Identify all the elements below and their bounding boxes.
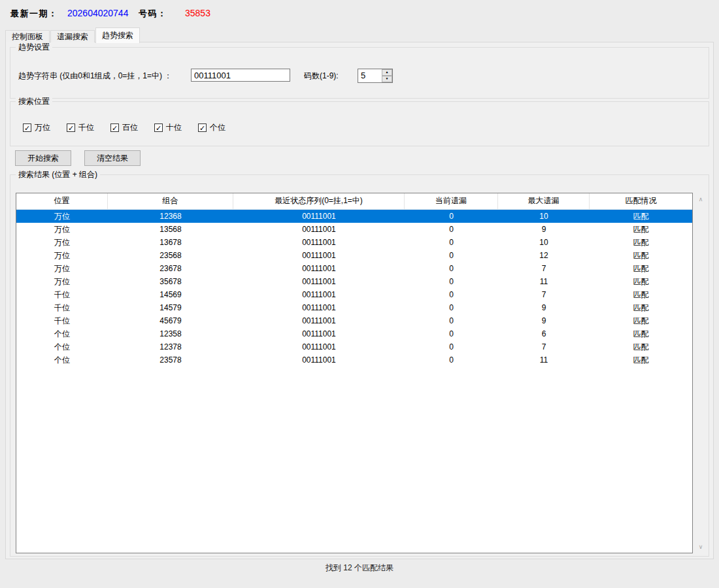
latest-issue-label: 最新一期： bbox=[10, 8, 58, 20]
pattern-input[interactable] bbox=[191, 69, 290, 82]
column-header[interactable]: 最近状态序列(0=挂,1=中) bbox=[233, 193, 405, 209]
table-cell: 万位 bbox=[16, 249, 108, 262]
checkbox-label: 千位 bbox=[78, 122, 94, 133]
checkmark-icon: ✓ bbox=[154, 123, 163, 132]
table-cell: 匹配 bbox=[590, 314, 692, 327]
table-row[interactable]: 万位1236800111001010匹配 bbox=[16, 210, 692, 223]
position-checkbox-row: ✓万位✓千位✓百位✓十位✓个位 bbox=[23, 122, 242, 133]
column-header[interactable]: 当前遗漏 bbox=[405, 193, 498, 209]
table-cell: 00111001 bbox=[233, 249, 405, 262]
table-cell: 0 bbox=[405, 301, 498, 314]
table-row[interactable]: 千位456790011100109匹配 bbox=[16, 314, 692, 327]
table-cell: 9 bbox=[498, 301, 590, 314]
table-cell: 匹配 bbox=[590, 327, 692, 340]
table-row[interactable]: 千位145690011100107匹配 bbox=[16, 288, 692, 301]
table-cell: 13678 bbox=[108, 236, 233, 249]
table-cell: 万位 bbox=[16, 275, 108, 288]
column-header[interactable]: 组合 bbox=[108, 193, 233, 209]
table-cell: 个位 bbox=[16, 340, 108, 353]
checkbox-label: 百位 bbox=[122, 122, 138, 133]
table-cell: 0 bbox=[405, 327, 498, 340]
spinner-down-icon[interactable]: ▼ bbox=[382, 76, 392, 82]
position-checkbox-4[interactable]: ✓十位 bbox=[154, 122, 198, 133]
table-row[interactable]: 万位2356800111001012匹配 bbox=[16, 249, 692, 262]
table-cell: 匹配 bbox=[590, 236, 692, 249]
checkmark-icon: ✓ bbox=[67, 123, 75, 132]
tab-trend-search[interactable]: 趋势搜索 bbox=[95, 27, 140, 43]
table-cell: 00111001 bbox=[233, 301, 405, 314]
search-position-title: 搜索位置 bbox=[16, 97, 52, 106]
checkbox-label: 个位 bbox=[210, 122, 226, 133]
table-cell: 00111001 bbox=[233, 353, 405, 367]
table-cell: 9 bbox=[498, 314, 590, 327]
table-cell: 7 bbox=[498, 340, 590, 353]
table-row[interactable]: 个位123580011100106匹配 bbox=[16, 327, 692, 340]
position-checkbox-2[interactable]: ✓千位 bbox=[67, 122, 110, 133]
trend-settings-group: 趋势设置 趋势字符串 (仅由0和1组成，0=挂，1=中) ： 码数(1-9): … bbox=[10, 47, 709, 99]
column-header[interactable]: 匹配情况 bbox=[590, 193, 692, 209]
table-cell: 个位 bbox=[16, 327, 108, 340]
table-cell: 12368 bbox=[108, 210, 233, 223]
digits-label: 码数(1-9): bbox=[304, 69, 339, 83]
status-bar: 找到 12 个匹配结果 bbox=[0, 563, 719, 574]
clear-results-button[interactable]: 清空结果 bbox=[84, 150, 141, 166]
spinner-buttons: ▲ ▼ bbox=[382, 69, 392, 82]
table-cell: 0 bbox=[405, 210, 498, 223]
table-cell: 千位 bbox=[16, 288, 108, 301]
table-cell: 匹配 bbox=[590, 353, 692, 367]
table-cell: 7 bbox=[498, 288, 590, 301]
table-row[interactable]: 万位236780011100107匹配 bbox=[16, 262, 692, 275]
checkbox-label: 万位 bbox=[35, 122, 50, 133]
results-table: 位置组合最近状态序列(0=挂,1=中)当前遗漏最大遗漏匹配情况 万位123680… bbox=[16, 193, 693, 553]
table-row[interactable]: 个位123780011100107匹配 bbox=[16, 340, 692, 353]
tab-omission-search[interactable]: 遗漏搜索 bbox=[50, 30, 95, 42]
table-cell: 45679 bbox=[108, 314, 233, 327]
table-cell: 13568 bbox=[108, 223, 233, 236]
column-header[interactable]: 位置 bbox=[16, 193, 108, 209]
table-cell: 14569 bbox=[108, 288, 233, 301]
checkmark-icon: ✓ bbox=[23, 123, 31, 132]
position-checkbox-1[interactable]: ✓万位 bbox=[23, 122, 67, 133]
chevron-up-icon[interactable]: ∧ bbox=[694, 196, 707, 203]
column-header[interactable]: 最大遗漏 bbox=[498, 193, 590, 209]
table-row[interactable]: 万位3567800111001011匹配 bbox=[16, 275, 692, 288]
table-cell: 匹配 bbox=[590, 340, 692, 353]
table-row[interactable]: 万位135680011100109匹配 bbox=[16, 223, 692, 236]
table-cell: 匹配 bbox=[590, 275, 692, 288]
topbar: 最新一期： 202604020744 号码： 35853 bbox=[0, 7, 719, 21]
tab-strip: 控制面板遗漏搜索趋势搜索 bbox=[5, 26, 141, 42]
spinner-up-icon[interactable]: ▲ bbox=[382, 69, 392, 76]
table-cell: 11 bbox=[498, 275, 590, 288]
table-cell: 00111001 bbox=[233, 340, 405, 353]
table-cell: 14579 bbox=[108, 301, 233, 314]
table-cell: 0 bbox=[405, 223, 498, 236]
table-row[interactable]: 个位2357800111001011匹配 bbox=[16, 353, 692, 367]
position-checkbox-3[interactable]: ✓百位 bbox=[110, 122, 154, 133]
table-cell: 00111001 bbox=[233, 223, 405, 236]
search-results-title: 搜索结果 (位置 + 组合) bbox=[16, 170, 100, 180]
trend-settings-title: 趋势设置 bbox=[16, 42, 52, 52]
table-cell: 11 bbox=[498, 353, 590, 367]
table-cell: 00111001 bbox=[233, 327, 405, 340]
chevron-down-icon[interactable]: ∨ bbox=[694, 544, 707, 550]
digits-spinner[interactable]: 5 ▲ ▼ bbox=[358, 69, 393, 83]
table-cell: 0 bbox=[405, 314, 498, 327]
number-label: 号码： bbox=[139, 8, 167, 20]
table-row[interactable]: 千位145790011100109匹配 bbox=[16, 301, 692, 314]
table-cell: 12 bbox=[498, 249, 590, 262]
vertical-scrollbar[interactable]: ∧ ∨ bbox=[694, 193, 707, 553]
table-cell: 0 bbox=[405, 249, 498, 262]
table-cell: 0 bbox=[405, 353, 498, 367]
table-cell: 9 bbox=[498, 223, 590, 236]
table-cell: 匹配 bbox=[590, 210, 692, 223]
tab-control-panel[interactable]: 控制面板 bbox=[5, 30, 50, 42]
table-row[interactable]: 万位1367800111001010匹配 bbox=[16, 236, 692, 249]
start-search-button[interactable]: 开始搜索 bbox=[15, 150, 71, 166]
table-cell: 个位 bbox=[16, 353, 108, 367]
table-cell: 7 bbox=[498, 262, 590, 275]
pattern-label: 趋势字符串 (仅由0和1组成，0=挂，1=中) ： bbox=[18, 69, 172, 83]
table-cell: 00111001 bbox=[233, 262, 405, 275]
position-checkbox-5[interactable]: ✓个位 bbox=[198, 122, 242, 133]
checkmark-icon: ✓ bbox=[198, 123, 207, 132]
table-cell: 00111001 bbox=[233, 288, 405, 301]
